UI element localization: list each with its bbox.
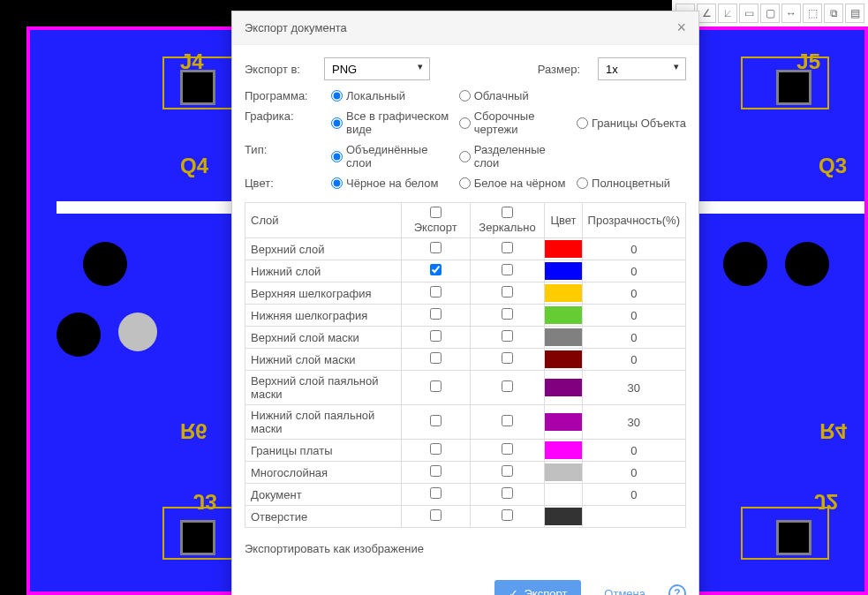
radio-input[interactable]: [459, 117, 471, 129]
graphics-assembly-option[interactable]: Сборочные чертежи: [459, 109, 570, 136]
col-header-mirror[interactable]: Зеркально: [470, 203, 545, 238]
mirror-checkbox[interactable]: [502, 264, 513, 275]
transparency-cell[interactable]: 0: [582, 440, 685, 462]
color-cell[interactable]: [545, 238, 582, 260]
export-checkbox[interactable]: [430, 465, 442, 477]
radio-input[interactable]: [331, 177, 343, 189]
mirror-checkbox[interactable]: [502, 380, 513, 392]
radio-input[interactable]: [459, 151, 471, 162]
graphics-all-option[interactable]: Все в графическом виде: [331, 109, 452, 136]
tool-layers-icon[interactable]: ▤: [845, 4, 864, 23]
graphics-label: Графика:: [245, 109, 324, 136]
export-format-select[interactable]: PNG: [324, 57, 430, 80]
header-text: Экспорт: [414, 221, 457, 234]
mirror-checkbox[interactable]: [502, 415, 513, 426]
color-wb-option[interactable]: Белое на чёрном: [459, 177, 570, 190]
program-cloud-option[interactable]: Облачный: [459, 89, 570, 102]
col-header-layer: Слой: [245, 203, 402, 238]
radio-input[interactable]: [331, 151, 343, 162]
transparency-cell[interactable]: 0: [582, 238, 685, 260]
transparency-cell[interactable]: 0: [582, 305, 685, 327]
color-cell[interactable]: [545, 260, 582, 282]
color-cell[interactable]: [545, 462, 582, 484]
mirror-checkbox[interactable]: [502, 487, 513, 499]
radio-input[interactable]: [459, 90, 471, 102]
transparency-cell[interactable]: 30: [582, 371, 685, 405]
program-local-option[interactable]: Локальный: [331, 89, 452, 102]
transparency-cell[interactable]: [582, 506, 685, 528]
help-icon[interactable]: ?: [668, 584, 686, 595]
col-header-transparency: Прозрачность(%): [582, 203, 685, 238]
export-checkbox[interactable]: [430, 415, 442, 426]
table-row: Документ0: [245, 484, 686, 506]
tool-rect-icon[interactable]: ▢: [760, 4, 780, 23]
color-bw-option[interactable]: Чёрное на белом: [331, 177, 452, 190]
transparency-cell[interactable]: 0: [582, 327, 685, 349]
mirror-checkbox[interactable]: [502, 443, 513, 455]
transparency-cell[interactable]: 0: [582, 282, 685, 305]
tool-resize-icon[interactable]: ↔: [781, 4, 801, 23]
radio-input[interactable]: [331, 117, 343, 129]
mirror-checkbox[interactable]: [502, 308, 513, 320]
export-checkbox[interactable]: [430, 487, 442, 499]
mirror-checkbox[interactable]: [502, 465, 513, 477]
transparency-cell[interactable]: 0: [582, 484, 685, 506]
option-text: Полноцветный: [592, 177, 670, 190]
tool-select-icon[interactable]: ⬚: [803, 4, 822, 23]
export-checkbox[interactable]: [430, 443, 442, 455]
color-cell[interactable]: [545, 440, 582, 462]
color-cell[interactable]: [545, 305, 582, 327]
col-header-export[interactable]: Экспорт: [401, 203, 470, 238]
type-merged-option[interactable]: Объединённые слои: [331, 143, 452, 169]
table-row: Границы платы0: [245, 440, 686, 462]
export-cell: [401, 405, 470, 440]
export-checkbox[interactable]: [430, 380, 442, 392]
mirror-checkbox[interactable]: [502, 330, 513, 342]
color-cell[interactable]: [545, 405, 582, 440]
export-all-checkbox[interactable]: [430, 207, 442, 218]
color-cell[interactable]: [545, 484, 582, 506]
color-cell[interactable]: [545, 371, 582, 405]
mirror-cell: [470, 506, 545, 528]
export-checkbox[interactable]: [430, 242, 442, 253]
tool-polyline-icon[interactable]: ⟀: [718, 4, 737, 23]
radio-input[interactable]: [577, 177, 588, 189]
export-checkbox[interactable]: [430, 352, 442, 364]
color-cell[interactable]: [545, 506, 582, 528]
size-select[interactable]: 1x: [598, 57, 686, 80]
export-checkbox[interactable]: [430, 308, 442, 320]
radio-input[interactable]: [331, 90, 343, 102]
transparency-cell[interactable]: 30: [582, 405, 685, 440]
export-button[interactable]: ✓Экспорт: [494, 580, 581, 595]
pcb-refdes: R6: [180, 418, 208, 443]
export-checkbox[interactable]: [430, 330, 442, 342]
drawing-toolbar: ⟋ ∠ ⟀ ▭ ▢ ↔ ⬚ ⧉ ▤: [672, 0, 868, 26]
transparency-cell[interactable]: 0: [582, 260, 685, 282]
color-cell[interactable]: [545, 349, 582, 371]
graphics-bounds-option[interactable]: Границы Объекта: [577, 109, 686, 136]
export-checkbox[interactable]: [430, 509, 442, 521]
mirror-checkbox[interactable]: [502, 509, 513, 521]
tool-rect-dashed-icon[interactable]: ▭: [739, 4, 759, 23]
export-checkbox[interactable]: [430, 264, 442, 275]
color-full-option[interactable]: Полноцветный: [577, 177, 686, 190]
table-row: Верхний слой0: [245, 238, 686, 260]
mirror-all-checkbox[interactable]: [502, 207, 513, 218]
color-cell[interactable]: [545, 327, 582, 349]
tool-angle-icon[interactable]: ∠: [697, 4, 716, 23]
transparency-cell[interactable]: 0: [582, 462, 685, 484]
tool-group-icon[interactable]: ⧉: [824, 4, 843, 23]
radio-input[interactable]: [577, 117, 588, 129]
mirror-checkbox[interactable]: [502, 242, 513, 253]
mirror-checkbox[interactable]: [502, 352, 513, 364]
transparency-cell[interactable]: 0: [582, 349, 685, 371]
mirror-checkbox[interactable]: [502, 286, 513, 298]
radio-input[interactable]: [459, 177, 471, 189]
close-button[interactable]: ×: [676, 19, 686, 37]
color-cell[interactable]: [545, 282, 582, 305]
layer-name-cell: Документ: [245, 484, 402, 506]
export-checkbox[interactable]: [430, 286, 442, 298]
cancel-button[interactable]: Отмена: [590, 580, 660, 595]
pcb-via: [118, 313, 157, 351]
type-split-option[interactable]: Разделенные слои: [459, 143, 570, 169]
